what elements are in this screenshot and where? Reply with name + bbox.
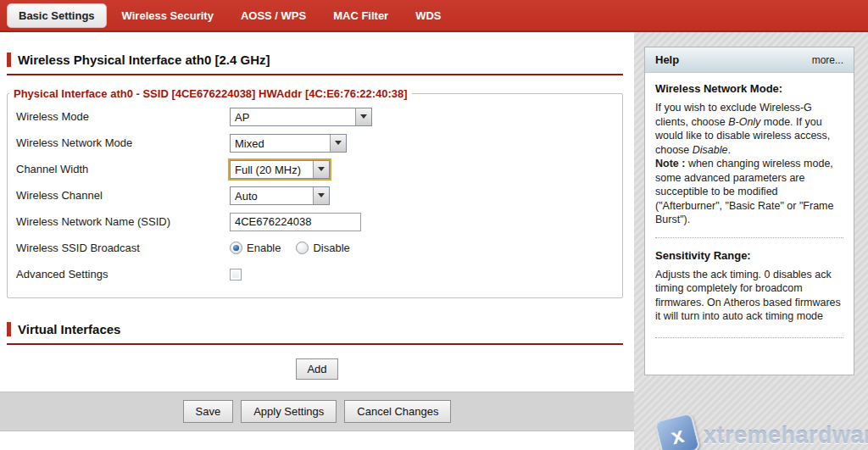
disable-radio[interactable] — [296, 242, 309, 254]
help-body: Wireless Network Mode: If you wish to ex… — [645, 73, 854, 357]
network-mode-select[interactable]: Mixed — [230, 134, 347, 153]
channel-width-select[interactable]: Full (20 MHz) — [230, 160, 330, 179]
add-row: Add — [0, 358, 634, 380]
router-admin-page: Basic Settings Wireless Security AOSS / … — [0, 0, 868, 450]
help-section2-title: Sensitivity Range: — [655, 248, 843, 263]
enable-radio-label: Enable — [247, 242, 281, 254]
disable-option: Disable — [296, 242, 349, 254]
tab-wds[interactable]: WDS — [403, 4, 453, 27]
wireless-channel-select[interactable]: Auto — [230, 186, 330, 205]
page-title: Wireless Physical Interface ath0 [2.4 GH… — [18, 53, 270, 67]
wireless-mode-select[interactable]: AP — [230, 108, 372, 126]
advanced-settings-label: Advanced Settings — [16, 268, 230, 281]
help-divider — [655, 337, 843, 338]
virtual-interfaces-title: Virtual Interfaces — [18, 322, 120, 336]
help-section1-text: If you wish to exclude Wireless-G client… — [655, 101, 843, 157]
tab-mac-filter[interactable]: MAC Filter — [321, 4, 400, 27]
wireless-channel-value: Auto — [231, 187, 313, 204]
tab-basic-settings[interactable]: Basic Settings — [7, 3, 107, 28]
network-mode-value: Mixed — [231, 135, 330, 152]
ssid-broadcast-label: Wireless SSID Broadcast — [16, 242, 230, 254]
top-nav: Basic Settings Wireless Security AOSS / … — [0, 0, 868, 32]
chevron-down-icon — [313, 161, 329, 178]
tab-wireless-security[interactable]: Wireless Security — [110, 4, 225, 27]
ssid-row: Wireless Network Name (SSID) — [8, 208, 622, 235]
channel-width-value: Full (20 MHz) — [231, 161, 313, 178]
help-section1-title: Wireless Network Mode: — [655, 81, 843, 96]
chevron-down-icon — [355, 108, 371, 125]
wireless-mode-value: AP — [231, 108, 355, 125]
help-section2-text: Adjusts the ack timing. 0 disables ack t… — [655, 268, 843, 324]
network-mode-row: Wireless Network Mode Mixed — [8, 130, 622, 156]
save-button[interactable]: Save — [183, 400, 234, 423]
wireless-mode-label: Wireless Mode — [16, 110, 230, 123]
help-note: Note : when changing wireless mode, some… — [655, 157, 843, 227]
heading-accent-bar — [7, 53, 11, 67]
chevron-down-icon — [313, 187, 329, 204]
help-panel: Help more... Wireless Network Mode: If y… — [644, 47, 854, 375]
disable-radio-label: Disable — [313, 242, 349, 254]
wireless-channel-label: Wireless Channel — [16, 189, 230, 202]
section-heading-physical: Wireless Physical Interface ath0 [2.4 GH… — [7, 53, 634, 67]
xtremehardware-logo-icon: x — [654, 412, 701, 450]
ssid-label: Wireless Network Name (SSID) — [16, 215, 230, 228]
advanced-settings-checkbox[interactable] — [230, 269, 242, 281]
sidebar: Help more... Wireless Network Mode: If y… — [634, 32, 868, 450]
wireless-mode-row: Wireless Mode AP — [8, 103, 622, 130]
action-bar: Save Apply Settings Cancel Changes — [0, 392, 634, 431]
physical-interface-fieldset: Physical Interface ath0 - SSID [4CE67622… — [7, 87, 623, 298]
help-more-link[interactable]: more... — [812, 54, 843, 66]
help-divider — [655, 237, 843, 238]
wireless-channel-row: Wireless Channel Auto — [8, 182, 622, 208]
add-button[interactable]: Add — [296, 358, 337, 380]
help-header: Help more... — [645, 47, 854, 73]
advanced-settings-row: Advanced Settings — [8, 261, 622, 287]
ssid-broadcast-row: Wireless SSID Broadcast Enable Disable — [8, 235, 622, 261]
channel-width-row: Channel Width Full (20 MHz) — [8, 156, 622, 182]
network-mode-label: Wireless Network Mode — [16, 136, 230, 149]
help-title: Help — [655, 53, 679, 66]
watermark-text: xtremehardware.it — [704, 423, 868, 449]
heading-accent-bar — [7, 322, 11, 336]
watermark: x xtremehardware.it — [658, 416, 868, 450]
apply-settings-button[interactable]: Apply Settings — [241, 400, 337, 423]
tab-aoss-wps[interactable]: AOSS / WPS — [229, 4, 318, 27]
heading-rule — [7, 74, 623, 75]
chevron-down-icon — [330, 135, 346, 152]
fieldset-legend: Physical Interface ath0 - SSID [4CE67622… — [9, 87, 412, 100]
main-content: Wireless Physical Interface ath0 [2.4 GH… — [0, 32, 634, 450]
enable-option: Enable — [230, 242, 281, 254]
heading-rule — [7, 343, 623, 345]
enable-radio[interactable] — [230, 242, 242, 254]
section-heading-virtual: Virtual Interfaces — [7, 322, 634, 336]
ssid-input[interactable] — [230, 213, 361, 231]
channel-width-label: Channel Width — [16, 163, 230, 175]
cancel-changes-button[interactable]: Cancel Changes — [344, 400, 451, 423]
